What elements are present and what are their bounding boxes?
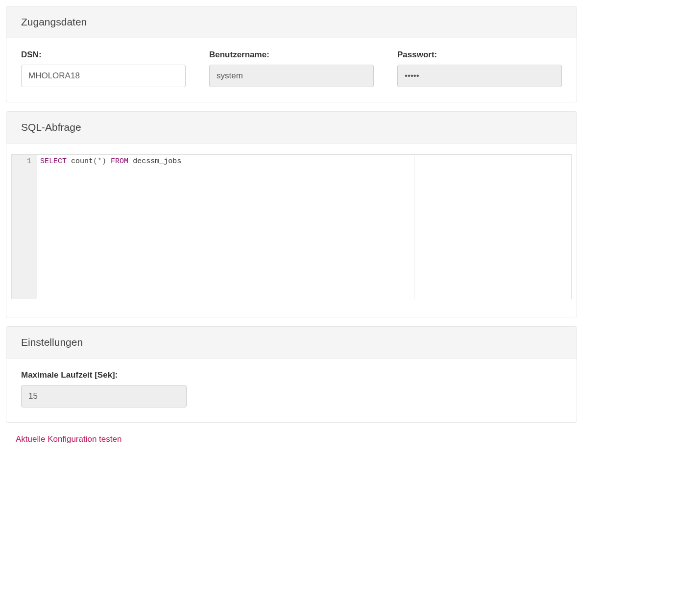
maxtime-label: Maximale Laufzeit [Sek]: <box>21 370 187 380</box>
dsn-label: DSN: <box>21 50 186 60</box>
panel-sql-body: 1 SELECT count(*) FROM decssm_jobs <box>6 144 577 317</box>
panel-settings-title: Einstellungen <box>6 327 577 359</box>
credentials-row: DSN: Benutzername: Passwort: <box>21 50 562 87</box>
sql-line-number: 1 <box>12 156 31 167</box>
sql-code-content[interactable]: SELECT count(*) FROM decssm_jobs <box>37 155 414 299</box>
panel-settings: Einstellungen Maximale Laufzeit [Sek]: <box>6 326 577 423</box>
dsn-input[interactable] <box>21 65 186 87</box>
sql-code-area: SELECT count(*) FROM decssm_jobs <box>37 155 571 299</box>
field-password: Passwort: <box>397 50 562 87</box>
panel-sql-title: SQL-Abfrage <box>6 112 577 144</box>
password-label: Passwort: <box>397 50 562 60</box>
sql-token-rparen: ) <box>102 157 106 166</box>
sql-code-side <box>414 155 569 299</box>
field-maxtime: Maximale Laufzeit [Sek]: <box>21 370 187 407</box>
sql-token-count: count <box>71 157 93 166</box>
sql-token-select: SELECT <box>40 157 67 166</box>
field-username: Benutzername: <box>209 50 374 87</box>
sql-editor[interactable]: 1 SELECT count(*) FROM decssm_jobs <box>11 154 572 299</box>
test-configuration-link[interactable]: Aktuelle Konfiguration testen <box>6 431 131 449</box>
sql-token-lparen: ( <box>93 157 97 166</box>
sql-token-star: * <box>97 157 102 166</box>
sql-token-from: FROM <box>111 157 128 166</box>
sql-token-table: decssm_jobs <box>133 157 181 166</box>
password-input[interactable] <box>397 65 562 87</box>
panel-credentials-title: Zugangsdaten <box>6 6 577 38</box>
panel-sql: SQL-Abfrage 1 SELECT count(*) FROM decss… <box>6 111 577 317</box>
panel-credentials: Zugangsdaten DSN: Benutzername: Passwort… <box>6 6 577 102</box>
panel-credentials-body: DSN: Benutzername: Passwort: <box>6 38 577 102</box>
username-label: Benutzername: <box>209 50 374 60</box>
field-dsn: DSN: <box>21 50 186 87</box>
panel-settings-body: Maximale Laufzeit [Sek]: <box>6 359 577 422</box>
sql-gutter: 1 <box>12 155 37 299</box>
maxtime-input[interactable] <box>21 385 187 407</box>
username-input[interactable] <box>209 65 374 87</box>
